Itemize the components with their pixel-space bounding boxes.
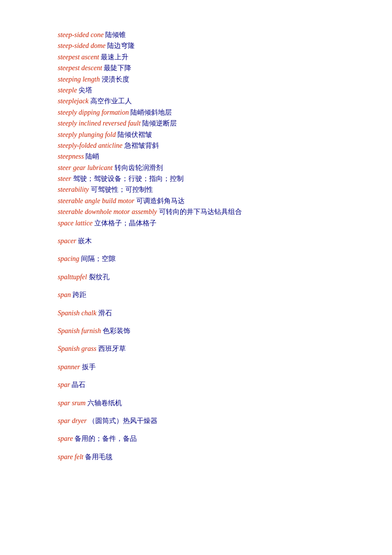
list-item: spalttupfel 裂纹孔 bbox=[58, 272, 362, 283]
entry-chinese: （圆筒式）热风干燥器 bbox=[88, 417, 157, 425]
entry-chinese: 色彩装饰 bbox=[103, 327, 130, 335]
entry-chinese: 备用毛毯 bbox=[85, 453, 113, 461]
entry-english: steepness bbox=[58, 153, 84, 160]
list-item: steep-sided dome 陆边穹隆 bbox=[58, 41, 362, 51]
list-item: spar 晶石 bbox=[58, 380, 362, 390]
entry-english: steeply-folded anticline bbox=[58, 142, 122, 149]
entry-english: steeple bbox=[58, 86, 77, 94]
entry-chinese: 可驾驶性；可控制性 bbox=[91, 186, 153, 193]
entry-chinese: 陆倾逆断层 bbox=[142, 120, 177, 127]
entry-chinese: 嵌木 bbox=[78, 237, 92, 245]
entry-english: steeping length bbox=[58, 76, 100, 83]
entry-english: steeplejack bbox=[58, 97, 88, 105]
entry-english: spare bbox=[58, 435, 73, 442]
entry-english: steepest descent bbox=[58, 64, 102, 72]
list-item: spar dryer （圆筒式）热风干燥器 bbox=[58, 416, 362, 427]
list-item: steepness 陆峭 bbox=[58, 151, 362, 162]
entry-chinese: 可调造斜角马达 bbox=[136, 197, 185, 205]
entry-chinese: 立体格子；晶体格子 bbox=[94, 219, 157, 227]
entry-english: Spanish chalk bbox=[58, 309, 96, 317]
list-item: steeping length 浸渍长度 bbox=[58, 74, 362, 85]
list-item: steeply plunging fold 陆倾伏褶皱 bbox=[58, 129, 362, 140]
entry-chinese: 最陡下降 bbox=[104, 64, 131, 72]
entry-english: spacing bbox=[58, 255, 79, 262]
entry-chinese: 陆峭 bbox=[85, 153, 99, 160]
list-item: steepest descent 最陡下降 bbox=[58, 63, 362, 74]
list-item: steepest ascent 最速上升 bbox=[58, 52, 362, 63]
entry-chinese: 间隔；空隙 bbox=[81, 255, 116, 262]
entry-english: steer gear lubricant bbox=[58, 164, 113, 171]
entry-english: steep-sided dome bbox=[58, 42, 106, 49]
spaced-entries: spacer 嵌木spacing 间隔；空隙spalttupfel 裂纹孔spa… bbox=[58, 236, 362, 463]
list-item: span 跨距 bbox=[58, 290, 362, 300]
list-item: steeply inclined reversed fault 陆倾逆断层 bbox=[58, 118, 362, 129]
entry-english: steerable downhole motor assembly bbox=[58, 208, 157, 215]
entry-english: spacer bbox=[58, 237, 76, 245]
entry-chinese: 备用的；备件，备品 bbox=[75, 435, 137, 442]
entry-english: span bbox=[58, 291, 71, 299]
entry-english: steeply dipping formation bbox=[58, 109, 129, 116]
entry-chinese: 可转向的井下马达钻具组合 bbox=[159, 208, 242, 215]
list-item: steeple 尖塔 bbox=[58, 85, 362, 96]
list-item: steep-sided cone 陆倾锥 bbox=[58, 30, 362, 41]
entry-chinese: 六轴卷纸机 bbox=[87, 399, 122, 407]
entry-chinese: 最速上升 bbox=[101, 53, 128, 61]
list-item: steer 驾驶；驾驶设备；行驶；指向；控制 bbox=[58, 173, 362, 184]
entry-english: steeply inclined reversed fault bbox=[58, 120, 141, 127]
list-item: Spanish chalk 滑石 bbox=[58, 308, 362, 319]
list-item: steeply dipping formation 陆峭倾斜地层 bbox=[58, 107, 362, 118]
list-item: Spanish furnish 色彩装饰 bbox=[58, 326, 362, 337]
entry-english: Spanish furnish bbox=[58, 327, 101, 335]
entry-english: space lattice bbox=[58, 219, 92, 227]
list-item: steerability 可驾驶性；可控制性 bbox=[58, 184, 362, 195]
entry-english: steerable angle build motor bbox=[58, 197, 134, 205]
entry-english: spar bbox=[58, 381, 70, 388]
list-item: steerable downhole motor assembly 可转向的井下… bbox=[58, 207, 362, 217]
entry-english: steep-sided cone bbox=[58, 31, 104, 39]
list-item: steerable angle build motor 可调造斜角马达 bbox=[58, 196, 362, 207]
list-item: steeply-folded anticline 急褶皱背斜 bbox=[58, 140, 362, 151]
dictionary-content: steep-sided cone 陆倾锥steep-sided dome 陆边穹… bbox=[58, 30, 362, 463]
list-item: spacing 间隔；空隙 bbox=[58, 254, 362, 264]
entry-english: spar srum bbox=[58, 399, 85, 407]
entry-chinese: 转向齿轮润滑剂 bbox=[115, 164, 163, 171]
entry-chinese: 晶石 bbox=[72, 381, 85, 388]
entry-chinese: 陆边穹隆 bbox=[107, 42, 135, 49]
entry-chinese: 裂纹孔 bbox=[89, 273, 110, 281]
entry-chinese: 高空作业工人 bbox=[90, 97, 132, 105]
list-item: spare felt 备用毛毯 bbox=[58, 452, 362, 463]
list-item: spar srum 六轴卷纸机 bbox=[58, 398, 362, 409]
entry-english: spalttupfel bbox=[58, 273, 87, 281]
entry-chinese: 急褶皱背斜 bbox=[124, 142, 159, 149]
list-item: steer gear lubricant 转向齿轮润滑剂 bbox=[58, 163, 362, 173]
list-item: spanner 扳手 bbox=[58, 362, 362, 373]
entry-english: spare felt bbox=[58, 453, 83, 461]
entry-chinese: 滑石 bbox=[98, 309, 112, 317]
entry-chinese: 陆峭倾斜地层 bbox=[130, 109, 172, 116]
list-item: spacer 嵌木 bbox=[58, 236, 362, 247]
entry-chinese: 陆倾伏褶皱 bbox=[118, 131, 152, 138]
entry-english: steepest ascent bbox=[58, 53, 99, 61]
list-item: Spanish grass 西班牙草 bbox=[58, 343, 362, 354]
entry-chinese: 驾驶；驾驶设备；行驶；指向；控制 bbox=[73, 175, 184, 182]
entry-chinese: 跨距 bbox=[73, 291, 86, 299]
entry-chinese: 浸渍长度 bbox=[102, 76, 129, 83]
entry-chinese: 陆倾锥 bbox=[105, 31, 126, 39]
entry-english: steerability bbox=[58, 186, 89, 193]
entry-english: Spanish grass bbox=[58, 345, 96, 352]
compact-entries: steep-sided cone 陆倾锥steep-sided dome 陆边穹… bbox=[58, 30, 362, 229]
list-item: space lattice 立体格子；晶体格子 bbox=[58, 218, 362, 229]
entry-english: spar dryer bbox=[58, 417, 87, 425]
entry-english: spanner bbox=[58, 363, 80, 371]
entry-english: steeply plunging fold bbox=[58, 131, 116, 138]
list-item: spare 备用的；备件，备品 bbox=[58, 433, 362, 444]
entry-chinese: 西班牙草 bbox=[98, 345, 126, 352]
entry-chinese: 扳手 bbox=[82, 363, 96, 371]
entry-english: steer bbox=[58, 175, 71, 182]
list-item: steeplejack 高空作业工人 bbox=[58, 96, 362, 107]
entry-chinese: 尖塔 bbox=[78, 86, 92, 94]
